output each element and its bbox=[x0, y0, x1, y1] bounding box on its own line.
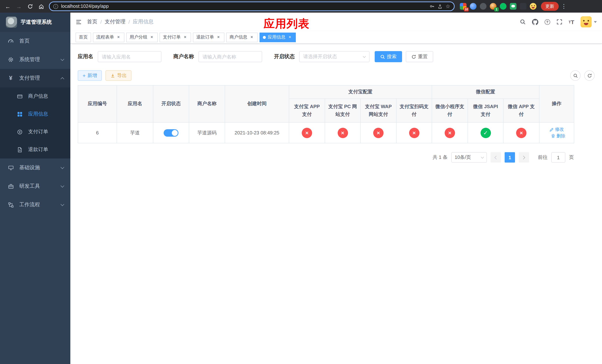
tab-close-icon[interactable]: × bbox=[249, 35, 254, 40]
browser-menu-icon[interactable]: ⋮ bbox=[560, 3, 568, 10]
breadcrumb-payment[interactable]: 支付管理 bbox=[105, 19, 126, 25]
download-icon bbox=[110, 73, 115, 78]
status-toggle[interactable] bbox=[164, 129, 178, 137]
app-table: 应用编号 应用名 开启状态 商户名称 创建时间 支付宝配置 微信配置 操作 支付… bbox=[78, 85, 574, 143]
browser-reload-icon[interactable] bbox=[25, 1, 35, 11]
edit-link[interactable]: 修改 bbox=[549, 126, 564, 133]
table-toolbar: + 新增 导出 bbox=[78, 70, 595, 81]
chevron-down-icon bbox=[61, 202, 64, 206]
sidebar-item-system[interactable]: 系统管理 bbox=[0, 50, 70, 69]
page-size-select[interactable]: 10条/页 bbox=[451, 152, 487, 162]
search-icon[interactable] bbox=[520, 19, 526, 25]
merchant-name-input[interactable] bbox=[198, 51, 262, 62]
tab-close-icon[interactable]: × bbox=[149, 35, 154, 40]
browser-home-icon[interactable] bbox=[36, 1, 46, 11]
sidebar-item-merchant-info[interactable]: 商户信息 bbox=[0, 87, 70, 105]
github-icon[interactable] bbox=[532, 19, 538, 25]
user-menu[interactable] bbox=[580, 16, 597, 27]
extension-avatar-icon[interactable]: 1 bbox=[490, 3, 496, 10]
app-name-input[interactable] bbox=[98, 51, 161, 62]
extension-bot-icon[interactable] bbox=[520, 3, 527, 10]
extension-dark-icon[interactable] bbox=[480, 3, 486, 10]
export-button[interactable]: 导出 bbox=[106, 70, 131, 81]
col-created-at: 创建时间 bbox=[225, 85, 289, 122]
page-1-button[interactable]: 1 bbox=[505, 152, 515, 162]
avatar[interactable] bbox=[580, 16, 592, 27]
extension-green-icon[interactable] bbox=[500, 3, 506, 10]
status-disabled-icon: × bbox=[445, 128, 455, 138]
yen-icon: ¥ bbox=[7, 75, 14, 81]
refresh-table-button[interactable] bbox=[584, 70, 595, 81]
page-content: 应用名 商户名称 开启状态 请选择开启状态 搜索 bbox=[70, 44, 602, 364]
tab-user-group[interactable]: 用户分组× bbox=[126, 32, 158, 42]
sidebar-item-workflow[interactable]: 工作流程 bbox=[0, 195, 70, 214]
sidebar-item-payment[interactable]: ¥ 支付管理 bbox=[0, 69, 70, 87]
workflow-icon bbox=[7, 202, 14, 208]
extension-emoji-icon[interactable] bbox=[530, 3, 537, 10]
sidebar-item-infrastructure[interactable]: 基础设施 bbox=[0, 159, 70, 177]
help-icon[interactable]: ? bbox=[544, 19, 550, 25]
refresh-icon bbox=[587, 73, 592, 78]
add-button[interactable]: + 新增 bbox=[78, 70, 102, 81]
sidebar-item-payment-order[interactable]: 支付订单 bbox=[0, 123, 70, 141]
active-tab-dot bbox=[263, 36, 266, 39]
breadcrumb-home[interactable]: 首页 bbox=[87, 19, 97, 25]
col-group-wechat: 微信配置 bbox=[432, 85, 539, 99]
tab-refund-order[interactable]: 退款订单× bbox=[193, 32, 224, 42]
toggle-search-button[interactable] bbox=[570, 70, 580, 81]
address-bar[interactable]: i localhost:1024/pay/app ☆ bbox=[49, 1, 455, 11]
chevron-up-icon bbox=[61, 77, 64, 81]
edit-icon bbox=[549, 127, 554, 132]
tab-close-icon[interactable]: × bbox=[183, 35, 188, 40]
status-disabled-icon: × bbox=[516, 128, 527, 138]
browser-toolbar: ← → i localhost:1024/pay/app ☆ 10 1 bbox=[0, 0, 602, 13]
goto-unit: 页 bbox=[569, 154, 574, 161]
goto-page-input[interactable] bbox=[551, 152, 565, 162]
tab-home[interactable]: 首页 bbox=[75, 32, 91, 42]
sidebar-item-home[interactable]: 首页 bbox=[0, 32, 70, 50]
refund-doc-icon bbox=[16, 147, 23, 152]
bookmark-star-icon[interactable]: ☆ bbox=[446, 3, 450, 9]
sidebar-item-refund-order[interactable]: 退款订单 bbox=[0, 141, 70, 159]
reset-button[interactable]: 重置 bbox=[406, 51, 433, 62]
browser-forward-button[interactable]: → bbox=[14, 1, 24, 11]
cell-created-at: 2021-10-23 08:49:25 bbox=[225, 122, 289, 143]
fullscreen-icon[interactable] bbox=[556, 19, 562, 25]
extension-badge: 10 bbox=[464, 7, 469, 11]
merchant-name-label: 商户名称 bbox=[173, 53, 194, 60]
status-select[interactable]: 请选择开启状态 bbox=[299, 51, 369, 62]
tab-close-icon[interactable]: × bbox=[216, 35, 221, 40]
prev-page-button[interactable] bbox=[491, 152, 501, 162]
cell-app-name: 芋道 bbox=[117, 122, 153, 143]
hamburger-icon[interactable] bbox=[75, 19, 82, 25]
screen: ← → i localhost:1024/pay/app ☆ 10 1 bbox=[0, 0, 602, 364]
share-icon[interactable] bbox=[438, 4, 443, 9]
browser-update-button[interactable]: 更新 bbox=[541, 2, 559, 11]
sidebar-item-devtools[interactable]: 研发工具 bbox=[0, 177, 70, 195]
status-disabled-icon: × bbox=[337, 128, 348, 138]
tab-close-icon[interactable]: × bbox=[287, 35, 292, 40]
col-alipay-pc: 支付宝 PC 网站支付 bbox=[325, 99, 360, 122]
tab-app-info[interactable]: 应用信息× bbox=[259, 32, 296, 42]
password-key-icon[interactable] bbox=[430, 4, 435, 9]
browser-back-button[interactable]: ← bbox=[3, 1, 13, 11]
status-disabled-icon: × bbox=[373, 128, 384, 138]
extension-wechat-icon[interactable] bbox=[510, 3, 516, 10]
page-info-icon[interactable]: i bbox=[53, 4, 58, 9]
font-size-icon[interactable]: TT bbox=[569, 19, 574, 25]
tab-process-form[interactable]: 流程表单× bbox=[93, 32, 124, 42]
chevron-down-icon bbox=[61, 57, 64, 61]
next-page-button[interactable] bbox=[519, 152, 529, 162]
tab-merchant-info[interactable]: 商户信息× bbox=[226, 32, 258, 42]
pagination: 共 1 条 10条/页 1 前往 页 bbox=[78, 152, 574, 162]
chevron-down-icon bbox=[61, 165, 64, 169]
tab-close-icon[interactable]: × bbox=[116, 35, 121, 40]
extension-blue-icon[interactable] bbox=[470, 3, 476, 10]
tab-payment-order[interactable]: 支付订单× bbox=[160, 32, 191, 42]
search-button[interactable]: 搜索 bbox=[375, 51, 402, 62]
delete-link[interactable]: 删除 bbox=[551, 133, 565, 139]
sidebar: 芋道管理系统 首页 系统管理 ¥ 支付管理 bbox=[0, 13, 70, 364]
chevron-down-icon bbox=[61, 184, 64, 188]
sidebar-item-app-info[interactable]: 应用信息 bbox=[0, 105, 70, 123]
extension-grid-icon[interactable]: 10 bbox=[460, 3, 466, 10]
